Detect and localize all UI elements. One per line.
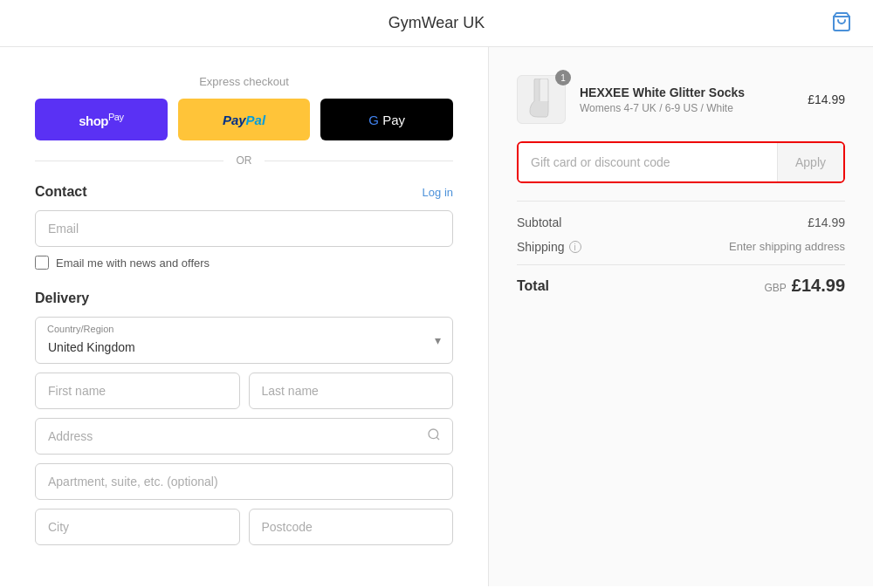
delivery-section: Delivery Country/Region United Kingdom ▾ bbox=[35, 291, 453, 545]
apply-button[interactable]: Apply bbox=[777, 143, 843, 181]
left-panel: Express checkout shopPay PayPal G Pay OR bbox=[0, 47, 489, 586]
last-name-field[interactable] bbox=[249, 373, 454, 409]
newsletter-label: Email me with news and offers bbox=[56, 256, 210, 270]
apartment-field[interactable] bbox=[35, 463, 453, 500]
subtotal-value: £14.99 bbox=[808, 215, 845, 229]
city-field[interactable] bbox=[35, 509, 240, 545]
contact-title: Contact bbox=[35, 184, 87, 200]
total-label: Total bbox=[517, 278, 549, 294]
product-name: HEXXEE White Glitter Socks bbox=[580, 85, 794, 99]
shipping-info-icon[interactable]: i bbox=[569, 241, 581, 253]
name-row bbox=[35, 373, 453, 409]
newsletter-checkbox[interactable] bbox=[35, 256, 49, 270]
product-price: £14.99 bbox=[808, 92, 845, 106]
totals-section: Subtotal £14.99 Shipping i Enter shippin… bbox=[517, 201, 845, 296]
log-in-link[interactable]: Log in bbox=[423, 186, 453, 199]
product-thumbnail bbox=[526, 79, 557, 120]
express-checkout-label: Express checkout bbox=[35, 75, 453, 88]
shipping-row: Shipping i Enter shipping address bbox=[517, 240, 845, 254]
country-select[interactable]: United Kingdom bbox=[35, 317, 453, 364]
main-layout: Express checkout shopPay PayPal G Pay OR bbox=[0, 47, 873, 586]
city-row bbox=[35, 509, 453, 545]
shipping-label-wrap: Shipping i bbox=[517, 240, 581, 254]
contact-section-header: Contact Log in bbox=[35, 184, 453, 200]
discount-code-input[interactable] bbox=[519, 143, 777, 181]
address-field[interactable] bbox=[35, 418, 453, 455]
gpay-button[interactable]: G Pay bbox=[320, 99, 453, 140]
site-title: GymWear UK bbox=[388, 14, 485, 32]
address-wrapper bbox=[35, 418, 453, 455]
or-divider: OR bbox=[35, 154, 453, 167]
svg-line-2 bbox=[436, 437, 439, 440]
product-item: 1 HEXXEE White Glitter Socks Womens 4-7 … bbox=[517, 75, 845, 124]
svg-rect-4 bbox=[540, 79, 548, 103]
subtotal-label: Subtotal bbox=[517, 215, 561, 229]
subtotal-row: Subtotal £14.99 bbox=[517, 215, 845, 229]
shipping-label: Shipping bbox=[517, 240, 565, 254]
right-panel: 1 HEXXEE White Glitter Socks Womens 4-7 … bbox=[489, 47, 873, 586]
total-price-wrap: GBP £14.99 bbox=[764, 276, 845, 296]
delivery-title: Delivery bbox=[35, 291, 453, 306]
shop-pay-button[interactable]: shopPay bbox=[35, 99, 168, 140]
product-info: HEXXEE White Glitter Socks Womens 4-7 UK… bbox=[580, 85, 794, 114]
discount-section: Apply bbox=[517, 141, 845, 183]
total-row: Total GBP £14.99 bbox=[517, 264, 845, 296]
total-currency: GBP bbox=[764, 282, 786, 294]
total-price: £14.99 bbox=[792, 276, 845, 296]
shipping-value: Enter shipping address bbox=[729, 240, 845, 254]
express-checkout-section: Express checkout shopPay PayPal G Pay OR bbox=[35, 75, 453, 167]
paypal-logo: PayPal bbox=[223, 113, 265, 127]
product-quantity-badge: 1 bbox=[555, 70, 571, 85]
svg-point-1 bbox=[429, 429, 438, 439]
postcode-field[interactable] bbox=[249, 509, 454, 545]
product-image-wrap: 1 bbox=[517, 75, 566, 124]
product-variant: Womens 4-7 UK / 6-9 US / White bbox=[580, 102, 794, 114]
paypal-button[interactable]: PayPal bbox=[178, 99, 311, 140]
email-field[interactable] bbox=[35, 210, 453, 247]
cart-icon[interactable] bbox=[831, 11, 852, 35]
gpay-logo: G Pay bbox=[368, 113, 405, 127]
country-select-wrapper: Country/Region United Kingdom ▾ bbox=[35, 317, 453, 364]
express-buttons: shopPay PayPal G Pay bbox=[35, 99, 453, 140]
search-icon bbox=[427, 427, 441, 445]
first-name-field[interactable] bbox=[35, 373, 240, 409]
contact-section: Contact Log in Email me with news and of… bbox=[35, 184, 453, 270]
shop-pay-logo: shopPay bbox=[79, 112, 123, 128]
newsletter-row: Email me with news and offers bbox=[35, 256, 453, 270]
header: GymWear UK bbox=[0, 0, 873, 47]
